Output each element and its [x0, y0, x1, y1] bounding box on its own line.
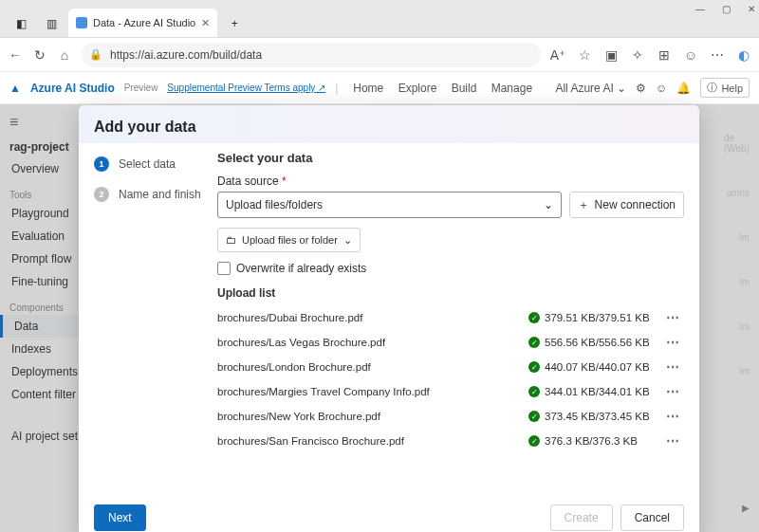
lock-icon: 🔒	[89, 48, 102, 61]
upload-list-label: Upload list	[217, 286, 684, 300]
browser-tab-strip: ◧ ▥ Data - Azure AI Studio ✕ + — ▢ ✕	[0, 0, 759, 38]
modal-title: Add your data	[94, 119, 684, 136]
tab-close-icon[interactable]: ✕	[201, 17, 210, 29]
notifications-icon[interactable]: 🔔	[676, 82, 691, 95]
next-button[interactable]: Next	[94, 504, 146, 531]
refresh-icon[interactable]: ↻	[32, 47, 47, 63]
upload-row: brochures/San Francisco Brochure.pdf ✓ 3…	[217, 429, 684, 453]
new-tab-button[interactable]: +	[221, 10, 248, 37]
browser-address-bar: ← ↻ ⌂ 🔒 https://ai.azure.com/build/data …	[0, 38, 759, 72]
file-size: 440.07 KB/440.07 KB	[545, 361, 650, 373]
nav-build[interactable]: Build	[452, 82, 477, 95]
help-button[interactable]: ⓘ Help	[700, 78, 750, 98]
step-name-finish[interactable]: 2 Name and finish	[94, 187, 217, 202]
row-more-icon[interactable]: ⋯	[661, 433, 684, 449]
file-name: brochures/Dubai Brochure.pdf	[217, 312, 528, 323]
status-ok-icon: ✓	[528, 337, 540, 348]
settings-icon[interactable]: ⚙	[636, 82, 646, 95]
status-ok-icon: ✓	[528, 411, 540, 422]
upload-list: brochures/Dubai Brochure.pdf ✓ 379.51 KB…	[217, 305, 684, 453]
upload-row: brochures/Dubai Brochure.pdf ✓ 379.51 KB…	[217, 305, 684, 330]
collections-icon[interactable]: ▣	[603, 47, 619, 63]
file-size: 376.3 KB/376.3 KB	[545, 435, 638, 447]
chevron-down-icon: ⌄	[544, 198, 553, 211]
file-size: 556.56 KB/556.56 KB	[545, 337, 650, 348]
url-input[interactable]: 🔒 https://ai.azure.com/build/data	[82, 43, 541, 67]
nav-manage[interactable]: Manage	[491, 82, 532, 95]
vertical-tabs-icon[interactable]: ▥	[38, 10, 65, 37]
file-size: 344.01 KB/344.01 KB	[545, 386, 650, 397]
extensions-icon[interactable]: ✧	[630, 47, 645, 63]
data-source-label: Data source *	[217, 174, 684, 188]
file-size: 373.45 KB/373.45 KB	[545, 411, 650, 422]
add-data-modal: Add your data 1 Select data 2 Name and f…	[79, 105, 699, 532]
file-name: brochures/Margies Travel Company Info.pd…	[217, 386, 528, 397]
section-heading: Select your data	[217, 151, 684, 165]
status-ok-icon: ✓	[528, 312, 540, 323]
preview-badge: Preview	[124, 83, 158, 93]
row-more-icon[interactable]: ⋯	[661, 384, 684, 399]
more-icon[interactable]: ⋯	[710, 47, 725, 63]
chevron-down-icon: ⌄	[343, 234, 352, 247]
status-ok-icon: ✓	[528, 435, 540, 447]
favorite-icon[interactable]: ☆	[577, 47, 592, 63]
file-name: brochures/San Francisco Brochure.pdf	[217, 435, 528, 447]
file-name: brochures/Las Vegas Brochure.pdf	[217, 337, 528, 348]
step-1-dot-icon: 1	[94, 156, 109, 172]
upload-files-button[interactable]: 🗀 Upload files or folder ⌄	[217, 228, 361, 252]
data-source-select[interactable]: Upload files/folders ⌄	[217, 192, 562, 218]
scope-dropdown[interactable]: All Azure AI ⌄	[555, 82, 626, 95]
url-text: https://ai.azure.com/build/data	[110, 48, 262, 62]
status-ok-icon: ✓	[528, 361, 540, 373]
browser-tab[interactable]: Data - Azure AI Studio ✕	[68, 9, 217, 37]
home-icon[interactable]: ⌂	[57, 47, 72, 63]
azure-logo-icon: ▲	[9, 82, 21, 95]
window-close-icon[interactable]: ✕	[748, 4, 755, 14]
nav-home[interactable]: Home	[353, 82, 383, 95]
step-2-dot-icon: 2	[94, 187, 109, 202]
row-more-icon[interactable]: ⋯	[661, 335, 684, 350]
tab-title: Data - Azure AI Studio	[93, 17, 195, 28]
file-size: 379.51 KB/379.51 KB	[545, 312, 650, 323]
upload-row: brochures/Las Vegas Brochure.pdf ✓ 556.5…	[217, 330, 684, 355]
nav-explore[interactable]: Explore	[398, 82, 437, 95]
create-button: Create	[550, 504, 613, 531]
window-maximize-icon[interactable]: ▢	[722, 4, 731, 14]
upload-row: brochures/Margies Travel Company Info.pd…	[217, 379, 684, 404]
wizard-steps: 1 Select data 2 Name and finish	[94, 151, 217, 495]
upload-row: brochures/London Brochure.pdf ✓ 440.07 K…	[217, 355, 684, 379]
row-more-icon[interactable]: ⋯	[661, 310, 684, 325]
folder-icon: 🗀	[226, 234, 236, 246]
app-brand[interactable]: Azure AI Studio	[30, 82, 115, 95]
row-more-icon[interactable]: ⋯	[661, 409, 684, 424]
read-aloud-icon[interactable]: A⁺	[550, 47, 565, 63]
addons-icon[interactable]: ⊞	[657, 47, 672, 63]
profile-icon[interactable]: ☺	[683, 47, 698, 63]
window-minimize-icon[interactable]: —	[695, 4, 705, 14]
status-ok-icon: ✓	[528, 386, 540, 397]
file-name: brochures/London Brochure.pdf	[217, 361, 528, 373]
back-icon[interactable]: ←	[8, 47, 23, 63]
preview-terms-link[interactable]: Supplemental Preview Terms apply ↗	[167, 83, 325, 93]
row-more-icon[interactable]: ⋯	[661, 359, 684, 375]
new-connection-button[interactable]: ＋ New connection	[569, 192, 684, 218]
workspaces-icon[interactable]: ◧	[8, 10, 34, 37]
overwrite-label: Overwrite if already exists	[236, 262, 366, 275]
upload-row: brochures/New York Brochure.pdf ✓ 373.45…	[217, 404, 684, 429]
copilot-icon[interactable]: ◐	[736, 47, 751, 63]
overwrite-checkbox[interactable]	[217, 262, 231, 275]
app-header: ▲ Azure AI Studio Preview Supplemental P…	[0, 72, 759, 104]
azure-favicon-icon	[76, 17, 87, 28]
feedback-icon[interactable]: ☺	[656, 82, 667, 95]
cancel-button[interactable]: Cancel	[620, 504, 684, 531]
plus-icon: ＋	[578, 197, 589, 213]
step-select-data[interactable]: 1 Select data	[94, 156, 217, 172]
file-name: brochures/New York Brochure.pdf	[217, 411, 528, 422]
